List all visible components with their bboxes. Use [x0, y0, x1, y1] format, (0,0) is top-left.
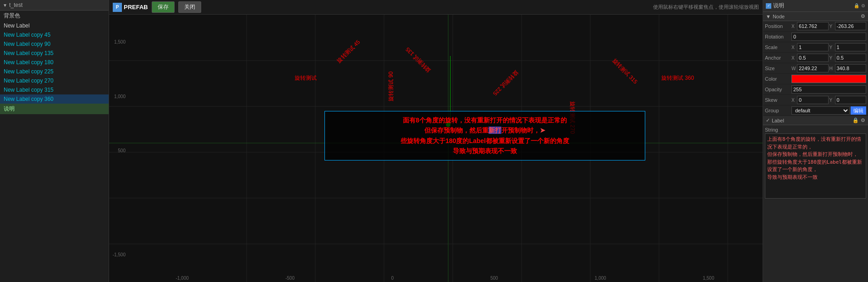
- sidebar-item-copy315[interactable]: New Label copy 315: [0, 85, 109, 94]
- opacity-row: Opacity: [763, 84, 868, 95]
- group-edit-button[interactable]: 编辑: [851, 106, 866, 115]
- main-text-line4: 导致与预期表现不一致: [453, 147, 517, 155]
- canvas-label-45: 旋转测试 45: [335, 39, 362, 65]
- main-text-line2: 但保存预制物，然后重新打开预制物时，➤: [424, 127, 545, 134]
- skew-y-axis: Y: [830, 98, 834, 103]
- anchor-y-input[interactable]: [835, 54, 867, 62]
- label-section-title: ✓ Label 🔒 ⚙: [763, 116, 868, 125]
- scale-y-axis: Y: [830, 45, 834, 50]
- right-panel: ✓ 说明 🔒 ⚙ ▼ Node ⚙ Position X Y Rotation …: [763, 0, 868, 282]
- color-swatch[interactable]: [791, 75, 866, 83]
- sidebar: ▼ t_test 背景色 New Label New Label copy 45…: [0, 0, 109, 282]
- scale-x-input[interactable]: [797, 43, 829, 51]
- sidebar-header: ▼ t_test: [0, 0, 109, 11]
- topbar-hint: 使用鼠标右键平移视窗焦点，使用滚轮缩放视图: [653, 4, 759, 11]
- label-settings-icon[interactable]: ⚙: [861, 117, 865, 123]
- group-row: Group default 编辑: [763, 105, 868, 116]
- sidebar-item-label: 背景色: [4, 12, 20, 19]
- string-label: String: [765, 127, 866, 133]
- scale-label: Scale: [765, 44, 791, 50]
- prefab-label: PREFAB: [124, 4, 148, 11]
- color-label: Color: [765, 76, 791, 82]
- position-x-input[interactable]: [797, 22, 829, 30]
- rp-header: ✓ 说明 🔒 ⚙: [763, 0, 868, 12]
- canvas-label-315: 旋转测试 315: [610, 57, 639, 85]
- sidebar-item-desc[interactable]: 说明: [0, 104, 109, 114]
- sidebar-item-copy225[interactable]: New Label copy 225: [0, 67, 109, 76]
- scale-x-axis: X: [791, 45, 796, 50]
- sidebar-item-label: New Label copy 225: [4, 68, 54, 75]
- label-lock-icon[interactable]: 🔒: [852, 117, 859, 123]
- opacity-label: Opacity: [765, 87, 791, 92]
- prefab-logo: P PREFAB: [113, 3, 148, 12]
- sidebar-item-background[interactable]: 背景色: [0, 11, 109, 21]
- group-label: Group: [765, 108, 791, 113]
- label-checkbox[interactable]: ✓: [766, 117, 770, 123]
- skew-y-input[interactable]: [835, 96, 867, 104]
- rp-lock-icon[interactable]: 🔒: [854, 3, 859, 8]
- save-button[interactable]: 保存: [152, 1, 175, 13]
- sidebar-arrow: ▼: [3, 3, 7, 8]
- opacity-input[interactable]: [791, 85, 866, 94]
- sidebar-item-copy180[interactable]: New Label copy 180: [0, 58, 109, 67]
- size-label: Size: [765, 66, 791, 71]
- skew-row: Skew X Y: [763, 95, 868, 105]
- rp-settings-icon[interactable]: ⚙: [861, 3, 865, 8]
- sidebar-item-copy45[interactable]: New Label copy 45: [0, 30, 109, 39]
- node-settings-icon[interactable]: ⚙: [861, 13, 865, 19]
- sidebar-item-label: New Label copy 180: [4, 59, 54, 66]
- rotation-label: Rotation: [765, 34, 791, 39]
- size-w-input[interactable]: [797, 64, 829, 72]
- node-label: Node: [773, 14, 785, 19]
- canvas-label-135: 旋转测试 135: [404, 45, 433, 74]
- sidebar-item-label: New Label: [4, 22, 30, 29]
- canvas-area[interactable]: 1,500 1,000 500 -1,500 -1,000 -500 0 500…: [109, 15, 763, 282]
- sidebar-item-label: New Label copy 360: [4, 96, 54, 102]
- anchor-y-axis: Y: [830, 55, 834, 61]
- sidebar-item-copy135[interactable]: New Label copy 135: [0, 49, 109, 58]
- close-button[interactable]: 关闭: [178, 1, 201, 13]
- skew-x-input[interactable]: [797, 96, 829, 104]
- canvas-label-360: 旋转测试 360: [661, 74, 694, 82]
- sidebar-item-newlabel[interactable]: New Label: [0, 21, 109, 30]
- node-section-title: ▼ Node ⚙: [763, 12, 868, 21]
- position-row: Position X Y: [763, 21, 868, 32]
- group-select[interactable]: default: [791, 106, 850, 115]
- sidebar-item-label: New Label copy 90: [4, 41, 50, 47]
- scale-y-input[interactable]: [835, 43, 867, 51]
- rp-header-label: 说明: [773, 2, 852, 10]
- position-label: Position: [765, 23, 791, 29]
- main-text-line3: 些旋转角度大于180度的Label都被重新设置了一个新的角度: [401, 137, 569, 144]
- sidebar-item-label: New Label copy 45: [4, 32, 50, 38]
- skew-label: Skew: [765, 97, 791, 103]
- sidebar-item-label: New Label copy 315: [4, 87, 54, 93]
- sidebar-item-copy270[interactable]: New Label copy 270: [0, 76, 109, 85]
- canvas-label-0: 旋转测试: [295, 74, 317, 82]
- node-arrow: ▼: [766, 14, 771, 19]
- scale-row: Scale X Y: [763, 42, 868, 53]
- sidebar-title: t_test: [9, 2, 22, 8]
- main-textbox: 面有8个角度的旋转，没有重新打开的情况下表现是正常的 但保存预制物，然后重新打开…: [324, 111, 645, 160]
- prefab-icon: P: [113, 3, 122, 12]
- sidebar-item-copy90[interactable]: New Label copy 90: [0, 39, 109, 49]
- label-section-label: Label: [772, 118, 784, 123]
- canvas-content: 旋转测试 旋转测试 45 旋转测试 90 旋转测试 135 旋转测试 225 旋…: [127, 15, 763, 274]
- main-text-line1: 面有8个角度的旋转，没有重新打开的情况下表现是正常的: [403, 116, 567, 124]
- sidebar-item-copy360[interactable]: New Label copy 360: [0, 94, 109, 104]
- string-area: String: [763, 125, 868, 201]
- string-textarea[interactable]: [765, 133, 866, 199]
- position-x-axis: X: [791, 24, 796, 29]
- sidebar-item-label: New Label copy 270: [4, 77, 54, 84]
- size-row: Size W H: [763, 63, 868, 74]
- center-panel: P PREFAB 保存 关闭 使用鼠标右键平移视窗焦点，使用滚轮缩放视图: [109, 0, 763, 282]
- size-h-axis: H: [830, 66, 834, 71]
- position-y-input[interactable]: [835, 22, 867, 30]
- rotation-input[interactable]: [791, 33, 866, 41]
- header-checkbox[interactable]: ✓: [766, 3, 771, 9]
- canvas-label-225: 旋转测试 225: [491, 68, 520, 97]
- color-row: Color: [763, 74, 868, 84]
- topbar: P PREFAB 保存 关闭 使用鼠标右键平移视窗焦点，使用滚轮缩放视图: [109, 0, 763, 15]
- anchor-x-input[interactable]: [797, 54, 829, 62]
- size-w-axis: W: [791, 66, 796, 71]
- size-h-input[interactable]: [835, 64, 867, 72]
